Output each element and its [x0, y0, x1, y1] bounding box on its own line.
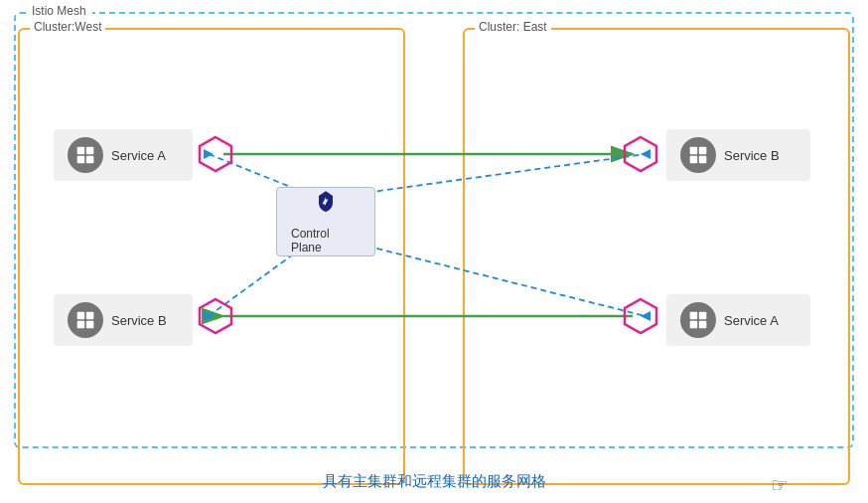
svg-rect-12 — [86, 321, 94, 329]
west-proxy-bottom-hex — [197, 297, 234, 335]
west-service-a-icon — [68, 137, 103, 173]
east-service-b: Service B — [666, 129, 810, 181]
svg-marker-23 — [625, 299, 656, 333]
svg-rect-21 — [690, 321, 698, 329]
cluster-west: Cluster:West — [18, 28, 405, 485]
svg-rect-17 — [699, 156, 707, 164]
svg-marker-8 — [200, 137, 231, 171]
west-service-b-icon — [68, 302, 103, 338]
svg-marker-13 — [200, 299, 231, 333]
east-proxy-top — [622, 135, 659, 177]
page-container: Istio Mesh Cluster:West Cluster: East — [0, 0, 868, 503]
control-plane-label: Control Plane — [291, 227, 361, 254]
cluster-west-label: Cluster:West — [30, 20, 105, 34]
cursor-icon: ☞ — [771, 473, 789, 497]
svg-rect-20 — [699, 312, 707, 320]
west-service-a: Service A — [54, 129, 193, 181]
svg-rect-14 — [690, 147, 698, 155]
east-service-a-label: Service A — [724, 313, 779, 328]
east-service-a: Service A — [666, 294, 810, 346]
svg-rect-9 — [77, 312, 85, 320]
cluster-east: Cluster: East — [463, 28, 850, 485]
west-service-b-label: Service B — [111, 313, 167, 328]
control-plane: Control Plane — [276, 187, 375, 256]
footer-text: 具有主集群和远程集群的服务网格 — [323, 472, 546, 489]
svg-rect-11 — [77, 321, 85, 329]
east-service-b-label: Service B — [724, 148, 780, 163]
svg-rect-16 — [690, 156, 698, 164]
east-service-a-icon — [680, 302, 716, 338]
svg-rect-19 — [690, 312, 698, 320]
west-service-b: Service B — [54, 294, 193, 346]
svg-rect-6 — [77, 156, 85, 164]
east-proxy-bottom-hex — [622, 297, 659, 335]
control-plane-icon — [312, 189, 340, 223]
svg-marker-18 — [625, 137, 656, 171]
east-proxy-bottom — [622, 297, 659, 339]
west-service-a-label: Service A — [111, 148, 166, 163]
svg-rect-7 — [86, 156, 94, 164]
svg-rect-10 — [86, 312, 94, 320]
svg-rect-5 — [86, 147, 94, 155]
svg-rect-22 — [699, 321, 707, 329]
west-proxy-top — [197, 135, 234, 177]
svg-rect-4 — [77, 147, 85, 155]
cluster-east-label: Cluster: East — [475, 20, 551, 34]
east-service-b-icon — [680, 137, 716, 173]
svg-rect-15 — [699, 147, 707, 155]
east-proxy-top-hex — [622, 135, 659, 173]
west-proxy-bottom — [197, 297, 234, 339]
footer-caption: 具有主集群和远程集群的服务网格 — [0, 472, 868, 491]
istio-mesh-label: Istio Mesh — [26, 4, 92, 18]
west-proxy-top-hex — [197, 135, 234, 173]
